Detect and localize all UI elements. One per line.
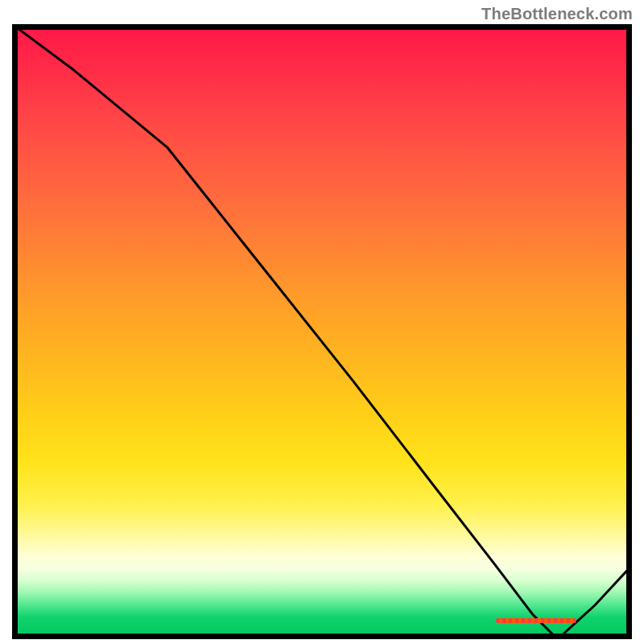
chart-background-gradient xyxy=(12,24,632,639)
optimal-range-marker xyxy=(496,618,576,623)
chart-container xyxy=(12,24,632,639)
attribution-text: TheBottleneck.com xyxy=(481,5,633,23)
